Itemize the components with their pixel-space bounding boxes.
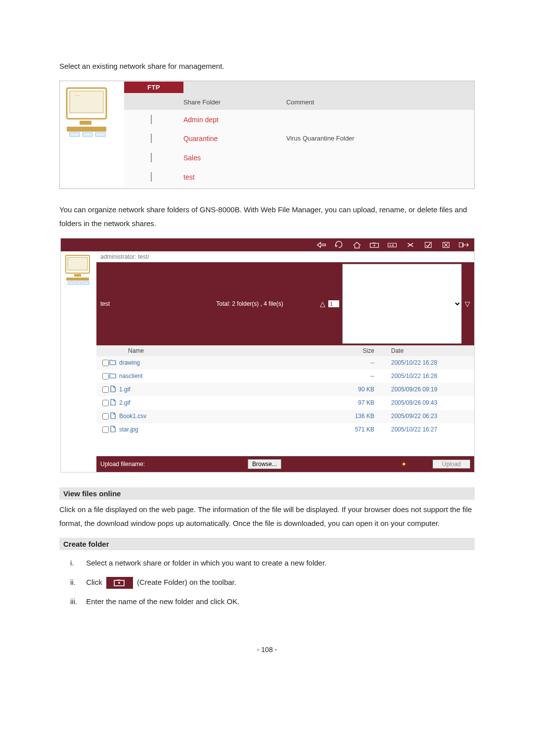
page-number: - 108 - bbox=[59, 646, 475, 654]
page-select[interactable] bbox=[342, 264, 462, 344]
file-size: 97 KB bbox=[322, 399, 391, 406]
drive-icon bbox=[124, 167, 183, 187]
svg-rect-17 bbox=[66, 278, 89, 281]
select-icon[interactable] bbox=[423, 240, 434, 250]
file-size: -- bbox=[322, 373, 391, 379]
refresh-icon[interactable] bbox=[334, 240, 345, 250]
page-last-icon[interactable]: ▽ bbox=[465, 300, 470, 307]
file-size: 571 KB bbox=[322, 426, 391, 433]
section-create-folder: Create folder bbox=[59, 538, 475, 550]
create-folder-icon[interactable] bbox=[369, 240, 380, 250]
share-link[interactable]: Quarantine bbox=[183, 135, 218, 142]
svg-rect-18 bbox=[68, 282, 74, 284]
file-icon bbox=[109, 399, 119, 407]
col-header-name: Name bbox=[100, 347, 322, 354]
step-2-before: Click bbox=[86, 578, 102, 586]
svg-rect-7 bbox=[95, 133, 105, 137]
share-comment bbox=[286, 110, 474, 129]
svg-rect-11 bbox=[425, 242, 432, 247]
drive-icon bbox=[124, 110, 183, 129]
row-checkbox[interactable] bbox=[102, 360, 109, 366]
file-date: 2005/09/22 06:23 bbox=[391, 413, 470, 420]
table-row: nasclient--2005/10/22 16:28 bbox=[96, 370, 474, 383]
file-link[interactable]: Book1.csv bbox=[119, 413, 146, 420]
file-icon bbox=[109, 385, 119, 394]
file-date: 2005/10/22 16:28 bbox=[391, 359, 470, 366]
intro-text: Select an existing network share for man… bbox=[59, 59, 475, 74]
table-row: 1.gif90 KB2005/09/26 09:19 bbox=[96, 383, 474, 396]
table-row: star.jpg571 KB2005/10/22 16:27 bbox=[96, 423, 474, 436]
file-link[interactable]: 2.gif bbox=[119, 399, 131, 406]
svg-rect-20 bbox=[83, 282, 89, 284]
table-row: Book1.csv136 KB2005/09/22 06:23 bbox=[96, 410, 474, 423]
file-size: 90 KB bbox=[322, 386, 391, 393]
svg-text:....: .... bbox=[75, 92, 80, 97]
home-icon[interactable] bbox=[352, 240, 362, 250]
share-link[interactable]: test bbox=[183, 173, 195, 181]
file-size: -- bbox=[322, 359, 391, 366]
svg-rect-16 bbox=[74, 274, 81, 277]
col-comment: Comment bbox=[286, 94, 474, 110]
breadcrumb: administrator: test/ bbox=[96, 251, 474, 262]
share-link[interactable]: Sales bbox=[183, 154, 201, 162]
ftp-title: FTP bbox=[124, 82, 183, 93]
delete-icon[interactable] bbox=[405, 240, 416, 250]
svg-rect-5 bbox=[70, 133, 80, 137]
table-row: 2.gif97 KB2005/09/26 09:43 bbox=[96, 396, 474, 410]
row-checkbox[interactable] bbox=[102, 400, 109, 406]
share-comment: Virus Quarantine Folder bbox=[286, 129, 474, 148]
file-size: 136 KB bbox=[322, 413, 391, 420]
browse-button[interactable] bbox=[248, 459, 281, 469]
col-header-size: Size bbox=[322, 347, 391, 354]
monitor-illustration-small bbox=[63, 253, 94, 293]
back-icon[interactable] bbox=[316, 240, 327, 250]
folder-icon bbox=[109, 373, 119, 380]
file-date: 2005/10/22 16:28 bbox=[391, 373, 470, 379]
file-manager-panel: A·B administrator: test/ bbox=[60, 238, 475, 472]
share-comment bbox=[286, 148, 474, 167]
logout-icon[interactable] bbox=[458, 240, 469, 250]
folder-summary: Total: 2 folder(s) , 4 file(s) bbox=[179, 300, 320, 307]
folder-icon bbox=[109, 359, 119, 367]
col-header-date: Date bbox=[391, 347, 470, 354]
svg-rect-13 bbox=[459, 242, 463, 246]
step-num: ii. bbox=[70, 575, 84, 589]
step-2-after: (Create Folder) on the toolbar. bbox=[137, 578, 236, 586]
share-link[interactable]: Admin dept bbox=[183, 116, 219, 124]
file-link[interactable]: nasclient bbox=[119, 373, 142, 379]
col-share-folder: Share Folder bbox=[183, 94, 286, 110]
file-link[interactable]: 1.gif bbox=[119, 386, 131, 393]
upload-label: Upload filename: bbox=[100, 461, 145, 468]
svg-rect-15 bbox=[68, 257, 88, 270]
svg-rect-3 bbox=[80, 121, 91, 125]
row-checkbox[interactable] bbox=[102, 413, 109, 420]
step-num: i. bbox=[70, 556, 84, 569]
file-link[interactable]: drawing bbox=[119, 359, 140, 366]
upload-button[interactable]: Upload bbox=[433, 460, 470, 469]
current-folder: test bbox=[100, 300, 179, 307]
row-checkbox[interactable] bbox=[102, 386, 109, 393]
fm-toolbar: A·B bbox=[61, 238, 474, 251]
monitor-illustration: .... bbox=[60, 81, 119, 185]
ftp-shares-panel: .... FTP Share Folder Comment bbox=[59, 81, 475, 189]
section-view-files: View files online bbox=[59, 487, 475, 500]
view-files-body: Click on a file displayed on the web pag… bbox=[59, 503, 475, 531]
step-num: iii. bbox=[70, 595, 84, 608]
svg-rect-4 bbox=[67, 127, 106, 132]
file-link[interactable]: star.jpg bbox=[119, 426, 138, 433]
step-3-text: Enter the name of the new folder and cli… bbox=[86, 597, 239, 606]
fm-status-band: test Total: 2 folder(s) , 4 file(s) △ ▽ bbox=[96, 262, 474, 345]
svg-rect-19 bbox=[76, 282, 82, 284]
file-icon bbox=[109, 412, 119, 421]
row-checkbox[interactable] bbox=[102, 373, 109, 379]
drive-icon bbox=[124, 148, 183, 167]
file-date: 2005/09/26 09:43 bbox=[391, 399, 470, 406]
table-row: drawing--2005/10/22 16:28 bbox=[96, 356, 474, 370]
rename-icon[interactable]: A·B bbox=[387, 240, 398, 250]
select-none-icon[interactable] bbox=[441, 240, 451, 250]
upload-star-icon: ✦ bbox=[384, 460, 424, 468]
page-first-icon[interactable]: △ bbox=[320, 300, 325, 307]
page-input[interactable] bbox=[328, 300, 339, 307]
file-icon bbox=[109, 425, 119, 434]
row-checkbox[interactable] bbox=[102, 426, 109, 433]
